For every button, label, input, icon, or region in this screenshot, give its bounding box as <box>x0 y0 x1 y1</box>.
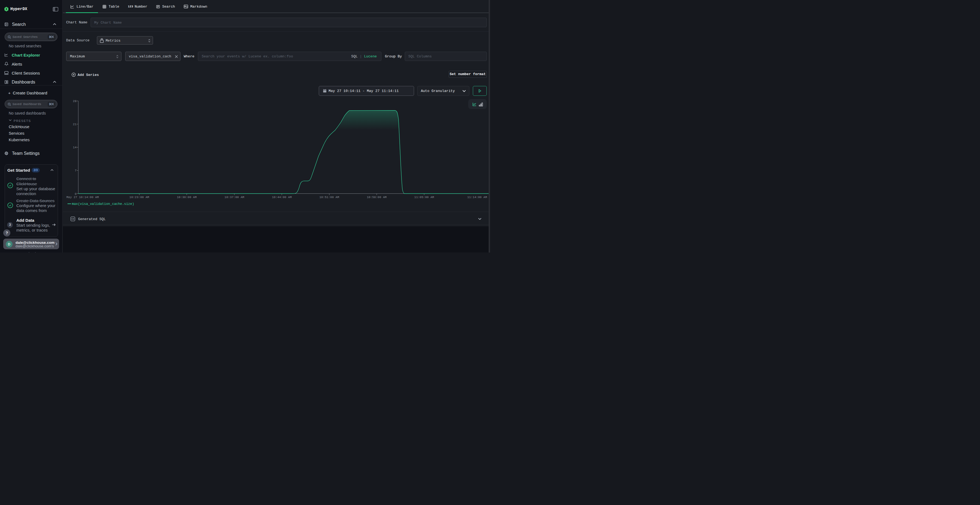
svg-text:10:30:00 AM: 10:30:00 AM <box>177 195 197 199</box>
svg-text:21: 21 <box>73 123 77 126</box>
svg-text:May 27 10:14:00 AM: May 27 10:14:00 AM <box>67 195 99 199</box>
svg-text:10:44:00 AM: 10:44:00 AM <box>272 195 292 199</box>
svg-text:0: 0 <box>75 192 76 195</box>
svg-text:14: 14 <box>73 146 77 149</box>
svg-text:10:37:00 AM: 10:37:00 AM <box>224 195 245 199</box>
svg-text:28: 28 <box>73 100 76 103</box>
svg-text:10:23:00 AM: 10:23:00 AM <box>129 195 149 199</box>
svg-text:10:51:00 AM: 10:51:00 AM <box>319 195 339 199</box>
svg-text:10:58:00 AM: 10:58:00 AM <box>367 195 387 199</box>
svg-text:7: 7 <box>75 169 76 172</box>
svg-text:11:14:00 AM: 11:14:00 AM <box>467 195 487 199</box>
svg-text:11:05:00 AM: 11:05:00 AM <box>414 195 434 199</box>
